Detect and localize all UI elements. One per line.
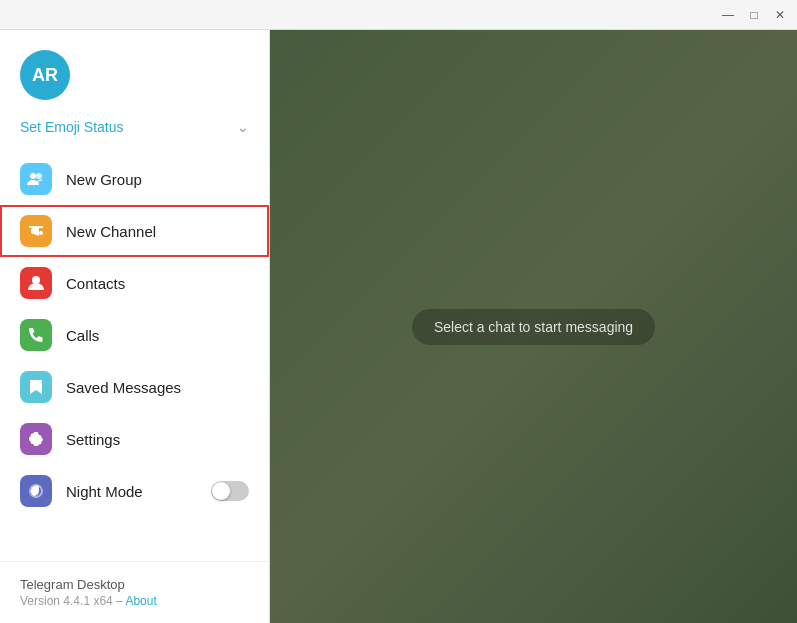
app-name: Telegram Desktop xyxy=(20,577,249,592)
new-channel-label: New Channel xyxy=(66,223,249,240)
profile-area: AR xyxy=(0,50,269,115)
menu-list: New Group New Channel xyxy=(0,153,269,561)
saved-messages-label: Saved Messages xyxy=(66,379,249,396)
sidebar-item-contacts[interactable]: Contacts xyxy=(0,257,269,309)
avatar: AR xyxy=(20,50,70,100)
sidebar-item-saved-messages[interactable]: Saved Messages xyxy=(0,361,269,413)
version-separator: – xyxy=(113,594,126,608)
window-chrome: — □ ✕ xyxy=(0,0,797,30)
sidebar-item-night-mode[interactable]: Night Mode xyxy=(0,465,269,517)
version-number: 4.4.1 x64 xyxy=(63,594,112,608)
night-mode-toggle[interactable] xyxy=(211,481,249,501)
toggle-knob xyxy=(212,482,230,500)
night-mode-label: Night Mode xyxy=(66,483,197,500)
emoji-status-row: Set Emoji Status ⌄ xyxy=(0,115,269,153)
calls-icon xyxy=(20,319,52,351)
svg-point-3 xyxy=(32,276,40,284)
app-container: AR Set Emoji Status ⌄ New Group xyxy=(0,30,797,623)
sidebar-item-new-channel[interactable]: New Channel xyxy=(0,205,269,257)
about-link[interactable]: About xyxy=(125,594,156,608)
chat-area: Select a chat to start messaging xyxy=(270,30,797,623)
night-mode-icon xyxy=(20,475,52,507)
svg-point-2 xyxy=(39,231,43,235)
sidebar-item-settings[interactable]: Settings xyxy=(0,413,269,465)
version-prefix: Version xyxy=(20,594,63,608)
new-group-label: New Group xyxy=(66,171,249,188)
calls-label: Calls xyxy=(66,327,249,344)
close-button[interactable]: ✕ xyxy=(771,6,789,24)
select-chat-prompt: Select a chat to start messaging xyxy=(412,309,655,345)
new-channel-icon xyxy=(20,215,52,247)
svg-point-1 xyxy=(36,173,42,179)
settings-label: Settings xyxy=(66,431,249,448)
contacts-label: Contacts xyxy=(66,275,249,292)
set-emoji-status-link[interactable]: Set Emoji Status xyxy=(20,119,124,135)
window-controls: — □ ✕ xyxy=(719,6,789,24)
contacts-icon xyxy=(20,267,52,299)
version-text: Version 4.4.1 x64 – About xyxy=(20,594,249,608)
sidebar-item-calls[interactable]: Calls xyxy=(0,309,269,361)
maximize-button[interactable]: □ xyxy=(745,6,763,24)
svg-point-0 xyxy=(30,173,36,179)
settings-icon xyxy=(20,423,52,455)
new-group-icon xyxy=(20,163,52,195)
sidebar-footer: Telegram Desktop Version 4.4.1 x64 – Abo… xyxy=(0,561,269,623)
sidebar: AR Set Emoji Status ⌄ New Group xyxy=(0,30,270,623)
minimize-button[interactable]: — xyxy=(719,6,737,24)
chevron-down-icon: ⌄ xyxy=(237,119,249,135)
saved-messages-icon xyxy=(20,371,52,403)
sidebar-item-new-group[interactable]: New Group xyxy=(0,153,269,205)
